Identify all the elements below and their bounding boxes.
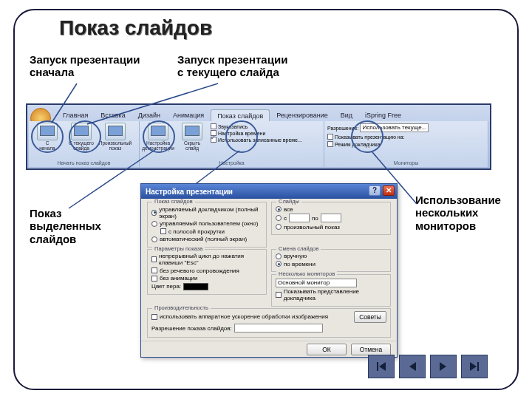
tab-ispring[interactable]: iSpring Free — [359, 109, 407, 122]
tab-insert[interactable]: Вставка — [95, 109, 131, 122]
perf-res-dropdown[interactable] — [234, 324, 323, 332]
setup-dialog: Настройка презентации ? ✕ Показ слайдов … — [140, 183, 398, 358]
tab-animation[interactable]: Анимация — [167, 109, 210, 122]
resolution-dropdown[interactable]: Использовать текуще... — [360, 123, 429, 132]
check-loop[interactable]: непрерывный цикл до нажатия клавиши "Esc… — [151, 253, 262, 266]
dialog-title-bar[interactable]: Настройка презентации ? ✕ — [141, 184, 397, 199]
opt-record-sound[interactable]: Звукозапись — [211, 123, 321, 129]
svg-marker-5 — [377, 362, 378, 371]
color-picker[interactable] — [183, 283, 208, 290]
radio-kiosk[interactable]: автоматический (полный экран) — [151, 236, 262, 242]
pen-color[interactable]: Цвет пера: — [151, 283, 262, 290]
group-setup: Настройка демонстрации Скрыть слайд Звук… — [140, 121, 324, 167]
dialog-footer: ОК Отмена — [141, 341, 397, 357]
tab-view[interactable]: Вид — [335, 109, 358, 122]
hide-icon — [182, 123, 202, 140]
check-hw-accel[interactable]: использовать аппаратное ускорение обрабо… — [151, 313, 328, 320]
check-presenter-view[interactable]: Показывать представление докладчика — [276, 288, 386, 301]
cancel-button[interactable]: Отмена — [351, 344, 391, 355]
radio-icon — [276, 224, 282, 230]
check-no-animation[interactable]: без анимации — [151, 275, 262, 282]
radio-window[interactable]: управляемый пользователем (окно) — [151, 220, 262, 227]
nav-prev[interactable] — [399, 355, 426, 378]
btn-from-current[interactable]: С текущего слайда — [66, 123, 97, 151]
radio-icon — [151, 221, 157, 227]
close-button[interactable]: ✕ — [383, 185, 395, 196]
btn-hide-slide[interactable]: Скрыть слайд — [177, 123, 208, 151]
svg-marker-9 — [470, 362, 477, 371]
checkbox-icon — [327, 141, 333, 147]
radio-icon — [276, 215, 282, 221]
to-spinner[interactable] — [321, 214, 341, 222]
ribbon-tabs: Главная Вставка Дизайн Анимация Показ сл… — [57, 109, 407, 122]
btn-custom-show[interactable]: Произвольный показ — [100, 123, 131, 151]
checkbox-icon — [151, 267, 157, 273]
tab-slideshow[interactable]: Показ слайдов — [211, 109, 270, 122]
checkbox-icon — [151, 256, 157, 262]
tab-design[interactable]: Дизайн — [132, 109, 166, 122]
tab-home[interactable]: Главная — [57, 109, 94, 122]
nav-first[interactable] — [368, 355, 395, 378]
radio-speaker[interactable]: управляемый докладчиком (полный экран) — [151, 206, 262, 219]
nav-next[interactable] — [430, 355, 457, 378]
checkbox-icon — [211, 137, 216, 143]
monitor-dropdown[interactable]: Основной монитор — [276, 279, 357, 287]
fieldset-showtype: Показ слайдов управляемый докладчиком (п… — [147, 202, 267, 248]
checkbox-icon — [151, 276, 157, 282]
radio-icon — [276, 206, 282, 212]
presentation-icon — [105, 123, 126, 140]
anno-start-current: Запуск презентации с текущего слайда — [177, 53, 287, 79]
ok-button[interactable]: ОК — [307, 344, 347, 355]
checkbox-icon — [327, 134, 333, 140]
radio-timings[interactable]: по времени — [276, 261, 386, 267]
fieldset-options: Параметры показа непрерывный цикл до наж… — [147, 249, 267, 296]
radio-range-slides[interactable]: спо — [276, 214, 386, 222]
check-no-narration[interactable]: без речевого сопровождения — [151, 267, 262, 274]
tab-review[interactable]: Рецензирование — [270, 109, 334, 122]
opt-rehearse[interactable]: Настройка времени — [211, 130, 321, 136]
group-start: С начала С текущего слайда Произвольный … — [29, 121, 140, 167]
tips-button[interactable]: Советы — [354, 311, 386, 323]
ribbon-body: С начала С текущего слайда Произвольный … — [29, 121, 488, 167]
perf-resolution[interactable]: Разрешение показа слайдов: — [151, 324, 386, 332]
fieldset-monitors: Несколько мониторов Основной монитор Пок… — [271, 274, 391, 307]
checkbox-icon — [151, 314, 157, 320]
page-title: Показ слайдов — [59, 16, 212, 40]
svg-marker-7 — [409, 362, 416, 371]
radio-custom-slides[interactable]: произвольный показ — [276, 224, 386, 231]
anno-monitors: Использование нескольких мониторов — [415, 194, 501, 232]
anno-start-beginning: Запуск презентации сначала — [30, 53, 140, 79]
from-spinner[interactable] — [289, 214, 310, 222]
fieldset-performance: Производительность использовать аппаратн… — [147, 308, 391, 338]
svg-marker-8 — [440, 362, 446, 371]
radio-all-slides[interactable]: все — [276, 206, 386, 213]
opt-use-timings[interactable]: Использовать записанные време... — [211, 137, 321, 143]
group-monitors: Разрешение:Использовать текуще... Показы… — [324, 121, 488, 167]
radio-icon — [276, 253, 282, 259]
help-button[interactable]: ? — [369, 185, 381, 196]
checkbox-icon — [211, 123, 216, 129]
gear-icon — [148, 123, 168, 140]
checkbox-icon — [276, 292, 282, 298]
opt-presenter-view[interactable]: Режим докладчика — [327, 141, 485, 147]
fieldset-slides: Слайды все спо произвольный показ — [271, 202, 391, 235]
checkbox-icon — [160, 228, 166, 234]
svg-marker-6 — [379, 362, 386, 371]
radio-manual[interactable]: вручную — [276, 253, 386, 259]
fieldset-advance: Смена слайдов вручную по времени — [271, 249, 391, 273]
check-scrollbar[interactable]: с полосой прокрутки — [160, 228, 262, 235]
opt-resolution[interactable]: Разрешение:Использовать текуще... — [327, 123, 485, 132]
radio-icon — [151, 210, 157, 216]
svg-marker-10 — [477, 362, 479, 371]
nav-last[interactable] — [461, 355, 488, 378]
anno-custom-show: Показ выделенных слайдов — [30, 207, 101, 245]
presentation-icon — [71, 123, 92, 140]
btn-setup-show[interactable]: Настройка демонстрации — [143, 123, 174, 151]
nav-buttons — [368, 355, 488, 378]
ribbon: Главная Вставка Дизайн Анимация Показ сл… — [26, 103, 491, 170]
presentation-icon — [37, 123, 58, 140]
btn-from-beginning[interactable]: С начала — [32, 123, 63, 151]
opt-show-on[interactable]: Показывать презентацию на: — [327, 134, 485, 140]
radio-icon — [151, 236, 157, 242]
radio-icon — [276, 261, 282, 267]
